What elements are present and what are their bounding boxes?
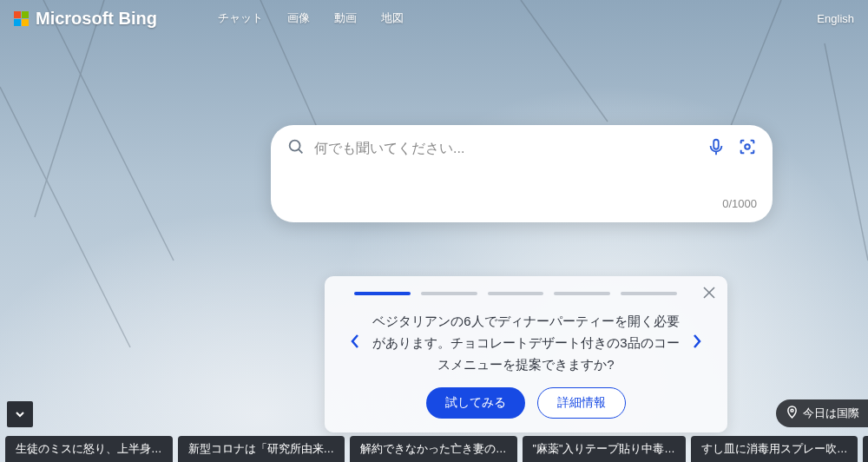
news-item[interactable]: "麻薬"入りテープ貼り中毒… xyxy=(523,436,686,462)
news-item[interactable]: すし皿に消毒用スプレー吹… xyxy=(691,436,858,462)
close-icon[interactable] xyxy=(703,287,715,302)
nav-chat[interactable]: チャット xyxy=(218,10,263,26)
news-item[interactable]: 新型コロナは「研究所由来… xyxy=(178,436,345,462)
more-info-button[interactable]: 詳細情報 xyxy=(537,387,626,419)
progress-segment xyxy=(488,292,544,295)
nav-images[interactable]: 画像 xyxy=(287,10,310,26)
svg-line-5 xyxy=(825,43,868,261)
expand-panel-button[interactable] xyxy=(7,401,33,427)
search-input[interactable] xyxy=(314,141,698,156)
chevron-right-icon[interactable] xyxy=(687,330,707,357)
progress-segment xyxy=(554,292,610,295)
image-info-text: 今日は国際 xyxy=(803,406,859,421)
news-ticker: 生徒のミスに怒り、上半身… 新型コロナは「研究所由来… 解約できなかった亡き妻の… xyxy=(0,436,868,462)
brand-text: Microsoft Bing xyxy=(36,9,157,29)
language-switch[interactable]: English xyxy=(817,12,854,25)
news-item[interactable]: 解約できなかった亡き妻の… xyxy=(350,436,517,462)
svg-point-7 xyxy=(290,141,300,151)
svg-point-11 xyxy=(745,144,750,149)
news-item[interactable]: 生徒のミスに怒り、上半身… xyxy=(5,436,173,462)
svg-line-8 xyxy=(299,149,302,153)
try-button[interactable]: 試してみる xyxy=(426,387,525,419)
microsoft-logo-icon xyxy=(14,11,29,26)
image-info-badge[interactable]: 今日は国際 xyxy=(776,399,868,427)
search-box: 0/1000 xyxy=(271,125,773,222)
svg-rect-9 xyxy=(713,140,719,149)
news-item[interactable]: 西側、 xyxy=(863,436,868,462)
chevron-left-icon[interactable] xyxy=(345,330,365,357)
svg-point-14 xyxy=(791,409,793,412)
location-pin-icon xyxy=(786,406,798,421)
image-search-icon[interactable] xyxy=(738,137,757,160)
progress-segment xyxy=(354,292,411,295)
microphone-icon[interactable] xyxy=(707,137,726,160)
suggestion-card: ベジタリアンの6人でディナーパーティーを開く必要があります。チョコレートデザート… xyxy=(325,276,727,432)
nav-maps[interactable]: 地図 xyxy=(381,10,404,26)
carousel-progress xyxy=(345,292,707,295)
nav-video[interactable]: 動画 xyxy=(334,10,357,26)
character-counter: 0/1000 xyxy=(286,197,757,210)
suggestion-text: ベジタリアンの6人でディナーパーティーを開く必要があります。チョコレートデザート… xyxy=(370,311,682,375)
svg-line-6 xyxy=(0,87,130,347)
progress-segment xyxy=(421,292,477,295)
brand-logo[interactable]: Microsoft Bing xyxy=(14,9,157,29)
header-bar: Microsoft Bing チャット 画像 動画 地図 English xyxy=(0,0,868,36)
progress-segment xyxy=(621,292,677,295)
search-icon xyxy=(286,137,306,160)
top-nav: チャット 画像 動画 地図 xyxy=(218,10,404,26)
